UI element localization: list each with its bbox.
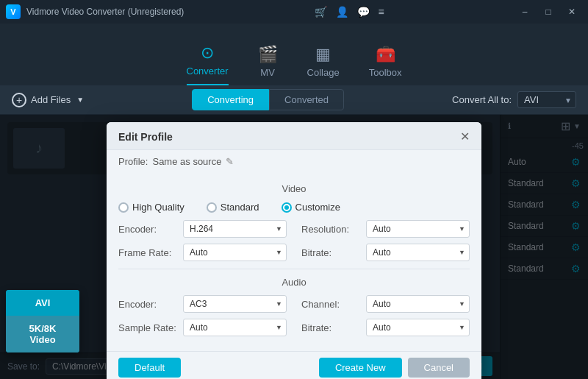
channel-select[interactable]: Auto Stereo [366,295,470,313]
radio-high-quality[interactable]: High Quality [118,202,184,213]
chat-icon[interactable]: 💬 [357,6,370,18]
video-fields-grid: Encoder: H.264 H.265 ▼ Resolution: Auto [118,220,470,261]
title-bar-icons: 🛒 👤 💬 ≡ [315,6,384,18]
dialog-profile-row: Profile: Same as source ✎ [107,150,481,173]
app-title: Vidmore Video Converter (Unregistered) [26,7,184,17]
dialog-body: Video High Quality Standard Customize [107,173,481,351]
footer-right: Create New Cancel [319,358,470,378]
nav-item-toolbox[interactable]: 🧰 Toolbox [369,45,402,85]
convert-all-select[interactable]: AVI MP4 MOV [517,91,576,108]
edit-pencil-icon[interactable]: ✎ [226,156,234,167]
video-bitrate-select[interactable]: Auto High [366,244,470,261]
sample-rate-select[interactable]: Auto 44100 [183,319,287,336]
audio-encoder-wrapper: AC3 AAC ▼ [183,295,287,313]
radio-circle-standard [207,202,217,213]
resolution-label: Resolution: [301,224,360,235]
default-button[interactable]: Default [118,358,181,378]
radio-standard[interactable]: Standard [207,202,259,213]
frame-rate-label: Frame Rate: [118,247,177,258]
radio-customize[interactable]: Customize [282,202,340,213]
audio-bitrate-select[interactable]: Auto 128k [366,319,470,336]
dialog-footer: Default Create New Cancel [107,351,481,379]
title-bar: V Vidmore Video Converter (Unregistered)… [0,0,588,24]
nav-item-converter[interactable]: ⊙ Converter [187,43,229,85]
create-new-button[interactable]: Create New [319,358,402,378]
toolbox-icon: 🧰 [376,45,395,64]
video-bitrate-select-wrapper: Auto High ▼ [366,244,470,261]
encoder-row: Encoder: H.264 H.265 ▼ [118,220,287,238]
quality-radio-group: High Quality Standard Customize [118,202,470,213]
format-item-avi[interactable]: AVI [6,290,79,316]
dialog-title: Edit Profile [118,131,173,143]
sample-rate-row: Sample Rate: Auto 44100 ▼ [118,319,287,336]
audio-encoder-row: Encoder: AC3 AAC ▼ [118,295,287,313]
frame-rate-row: Frame Rate: Auto 30 ▼ [118,244,287,261]
encoder-select[interactable]: H.264 H.265 [183,220,287,238]
frame-rate-select[interactable]: Auto 30 [183,244,287,261]
audio-bitrate-label: Bitrate: [301,322,360,333]
menu-icon[interactable]: ≡ [379,6,384,18]
converter-icon: ⊙ [201,43,214,63]
tab-converting[interactable]: Converting [192,89,269,110]
audio-fields-grid: Encoder: AC3 AAC ▼ Channel: Auto [118,295,470,336]
minimize-button[interactable]: – [514,4,535,19]
profile-key-label: Profile: [118,156,148,167]
maximize-button[interactable]: □ [538,4,559,19]
audio-bitrate-row: Bitrate: Auto 128k ▼ [301,319,470,336]
mv-icon: 🎬 [258,45,278,64]
add-icon: + [12,93,26,107]
format-item-5k8k[interactable]: 5K/8K Video [6,316,79,353]
app-logo: V [6,4,21,19]
channel-row: Channel: Auto Stereo ▼ [301,295,470,313]
radio-label-customize: Customize [295,202,340,213]
sample-rate-wrapper: Auto 44100 ▼ [183,319,287,336]
video-bitrate-label: Bitrate: [301,247,360,258]
convert-all-section: Convert All to: AVI MP4 MOV ▼ [452,91,576,108]
nav-item-mv[interactable]: 🎬 MV [258,45,278,85]
cart-icon[interactable]: 🛒 [315,6,327,18]
audio-section-title: Audio [118,277,470,288]
encoder-label: Encoder: [118,224,177,235]
audio-bitrate-wrapper: Auto 128k ▼ [366,319,470,336]
nav-label-collage: Collage [307,67,340,78]
radio-label-standard: Standard [220,202,259,213]
radio-circle-customize [282,202,292,213]
resolution-select[interactable]: Auto 1920x1080 [366,220,470,238]
user-icon[interactable]: 👤 [336,6,348,18]
nav-label-mv: MV [260,67,275,78]
channel-label: Channel: [301,299,360,310]
resolution-row: Resolution: Auto 1920x1080 ▼ [301,220,470,238]
sample-rate-label: Sample Rate: [118,322,177,333]
edit-profile-dialog: Edit Profile ✕ Profile: Same as source ✎… [107,122,481,379]
add-dropdown-arrow[interactable]: ▼ [76,96,84,104]
nav-item-collage[interactable]: ▦ Collage [307,45,340,85]
nav-label-converter: Converter [187,65,229,77]
video-section-title: Video [118,183,470,194]
encoder-select-wrapper: H.264 H.265 ▼ [183,220,287,238]
close-button[interactable]: ✕ [562,4,582,19]
add-files-button[interactable]: + Add Files ▼ [12,93,84,107]
collage-icon: ▦ [315,45,331,64]
dialog-header: Edit Profile ✕ [107,122,481,150]
audio-encoder-select[interactable]: AC3 AAC [183,295,287,313]
nav-bar: ⊙ Converter 🎬 MV ▦ Collage 🧰 Toolbox [0,24,588,85]
cancel-button[interactable]: Cancel [408,358,470,378]
nav-label-toolbox: Toolbox [369,67,402,78]
radio-circle-high [118,202,129,213]
title-bar-controls: – □ ✕ [514,4,582,19]
main-area: ♪ ℹ ⊞ ▼ -45 Auto ⚙ Standard ⚙ Standard ⚙… [0,115,588,379]
section-divider [118,269,470,269]
channel-select-wrapper: Auto Stereo ▼ [366,295,470,313]
frame-rate-select-wrapper: Auto 30 ▼ [183,244,287,261]
profile-value-label: Same as source [152,156,221,167]
add-files-label: Add Files [31,94,71,105]
resolution-select-wrapper: Auto 1920x1080 ▼ [366,220,470,238]
convert-all-wrapper: AVI MP4 MOV ▼ [517,91,576,108]
format-dropdown: AVI 5K/8K Video [6,290,79,353]
tab-converted[interactable]: Converted [269,89,344,110]
audio-encoder-label: Encoder: [118,299,177,310]
radio-label-high: High Quality [132,202,184,213]
toolbar: + Add Files ▼ Converting Converted Conve… [0,85,588,115]
dialog-close-button[interactable]: ✕ [460,130,470,144]
video-bitrate-row: Bitrate: Auto High ▼ [301,244,470,261]
